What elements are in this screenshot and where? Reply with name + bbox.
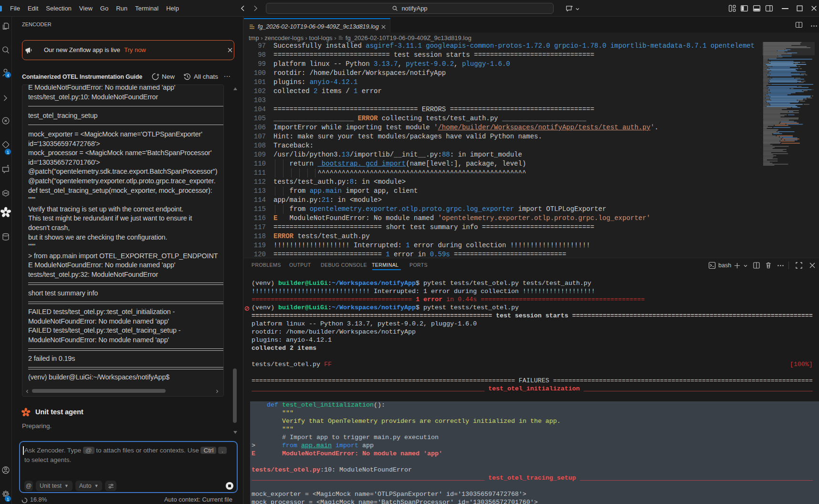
svg-text:1: 1	[7, 150, 9, 155]
svg-text:1: 1	[7, 497, 9, 502]
svg-text:4: 4	[7, 73, 9, 78]
